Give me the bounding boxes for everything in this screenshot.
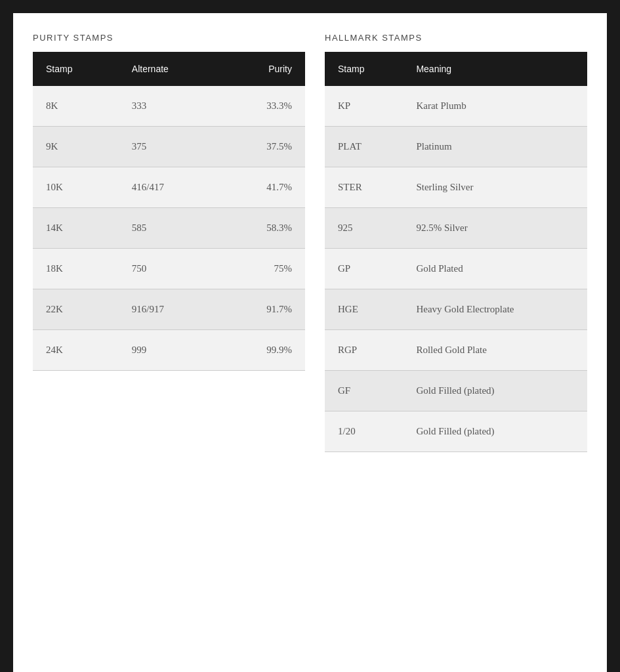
purity-purity-cell: 41.7%	[221, 167, 305, 208]
table-row: STERSterling Silver	[325, 167, 587, 208]
hallmark-meaning-cell: Platinum	[403, 127, 587, 167]
hallmark-stamp-cell: PLAT	[325, 127, 403, 167]
table-row: PLATPlatinum	[325, 127, 587, 167]
table-row: 14K58558.3%	[33, 208, 305, 249]
table-row: 1/20Gold Filled (plated)	[325, 411, 587, 452]
purity-purity-cell: 37.5%	[221, 127, 305, 167]
hallmark-stamp-cell: STER	[325, 167, 403, 208]
hallmark-meaning-cell: 92.5% Silver	[403, 208, 587, 249]
hallmark-section-title: HALLMARK STAMPS	[325, 33, 587, 43]
table-row: GPGold Plated	[325, 249, 587, 289]
hallmark-meaning-cell: Heavy Gold Electroplate	[403, 289, 587, 330]
purity-stamp-cell: 22K	[33, 289, 119, 330]
hallmark-meaning-cell: Sterling Silver	[403, 167, 587, 208]
hallmark-section: HALLMARK STAMPS Stamp Meaning KPKarat Pl…	[325, 33, 587, 452]
hallmark-meaning-cell: Gold Filled (plated)	[403, 411, 587, 452]
hallmark-stamp-cell: KP	[325, 86, 403, 127]
purity-col-purity: Purity	[221, 52, 305, 86]
hallmark-meaning-cell: Gold Filled (plated)	[403, 371, 587, 411]
purity-stamp-cell: 14K	[33, 208, 119, 249]
purity-alternate-cell: 333	[119, 86, 221, 127]
purity-alternate-cell: 750	[119, 249, 221, 289]
hallmark-stamp-cell: HGE	[325, 289, 403, 330]
hallmark-stamp-cell: GF	[325, 371, 403, 411]
table-row: KPKarat Plumb	[325, 86, 587, 127]
purity-stamp-cell: 10K	[33, 167, 119, 208]
purity-table-header-row: Stamp Alternate Purity	[33, 52, 305, 86]
hallmark-stamp-cell: 1/20	[325, 411, 403, 452]
table-row: 92592.5% Silver	[325, 208, 587, 249]
purity-alternate-cell: 416/417	[119, 167, 221, 208]
table-row: 24K99999.9%	[33, 330, 305, 371]
hallmark-col-meaning: Meaning	[403, 52, 587, 86]
purity-purity-cell: 91.7%	[221, 289, 305, 330]
purity-stamp-cell: 9K	[33, 127, 119, 167]
hallmark-col-stamp: Stamp	[325, 52, 403, 86]
purity-stamp-cell: 18K	[33, 249, 119, 289]
purity-col-stamp: Stamp	[33, 52, 119, 86]
purity-section-title: PURITY STAMPS	[33, 33, 305, 43]
purity-alternate-cell: 375	[119, 127, 221, 167]
purity-purity-cell: 99.9%	[221, 330, 305, 371]
hallmark-meaning-cell: Gold Plated	[403, 249, 587, 289]
purity-col-alternate: Alternate	[119, 52, 221, 86]
hallmark-table-header-row: Stamp Meaning	[325, 52, 587, 86]
hallmark-meaning-cell: Karat Plumb	[403, 86, 587, 127]
hallmark-table: Stamp Meaning KPKarat PlumbPLATPlatinumS…	[325, 52, 587, 452]
page-container: PURITY STAMPS Stamp Alternate Purity 8K3…	[13, 13, 607, 672]
purity-purity-cell: 58.3%	[221, 208, 305, 249]
table-row: RGPRolled Gold Plate	[325, 330, 587, 371]
table-row: 9K37537.5%	[33, 127, 305, 167]
table-row: 18K75075%	[33, 249, 305, 289]
hallmark-stamp-cell: RGP	[325, 330, 403, 371]
purity-purity-cell: 33.3%	[221, 86, 305, 127]
purity-table: Stamp Alternate Purity 8K33333.3%9K37537…	[33, 52, 305, 371]
purity-section: PURITY STAMPS Stamp Alternate Purity 8K3…	[33, 33, 305, 371]
purity-stamp-cell: 8K	[33, 86, 119, 127]
purity-alternate-cell: 999	[119, 330, 221, 371]
purity-alternate-cell: 585	[119, 208, 221, 249]
purity-stamp-cell: 24K	[33, 330, 119, 371]
table-row: 22K916/91791.7%	[33, 289, 305, 330]
hallmark-stamp-cell: GP	[325, 249, 403, 289]
table-row: HGEHeavy Gold Electroplate	[325, 289, 587, 330]
purity-alternate-cell: 916/917	[119, 289, 221, 330]
table-row: 10K416/41741.7%	[33, 167, 305, 208]
table-row: GFGold Filled (plated)	[325, 371, 587, 411]
table-row: 8K33333.3%	[33, 86, 305, 127]
purity-purity-cell: 75%	[221, 249, 305, 289]
hallmark-meaning-cell: Rolled Gold Plate	[403, 330, 587, 371]
hallmark-stamp-cell: 925	[325, 208, 403, 249]
